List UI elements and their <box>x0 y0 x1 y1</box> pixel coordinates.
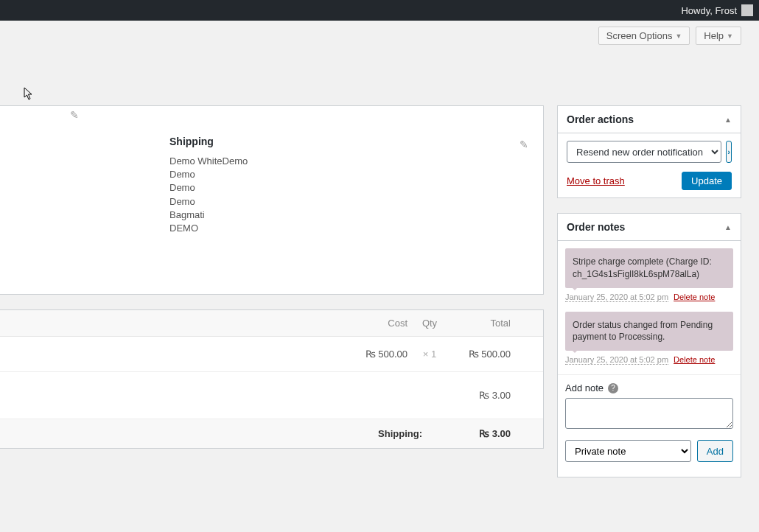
shipping-address: Shipping Demo WhiteDemo Demo Demo Demo B… <box>74 136 248 235</box>
col-total-header: Total <box>452 318 533 329</box>
content-area: ✎ Shipping Demo WhiteDemo Demo Demo Demo… <box>0 105 759 492</box>
action-select-row: Resend new order notification › <box>567 141 732 163</box>
chevron-right-icon: › <box>727 147 730 156</box>
address-line: DEMO <box>169 222 248 235</box>
order-notes-panel: Order notes ▲ Stripe charge complete (Ch… <box>557 213 741 477</box>
note-textarea[interactable] <box>565 398 733 429</box>
summary-row: Shipping: ₨ 3.00 <box>0 419 543 448</box>
address-line: Demo <box>169 181 248 195</box>
panel-header: Order actions ▲ <box>558 106 741 133</box>
order-notes-title: Order notes <box>567 221 625 233</box>
qty-prefix: × <box>423 349 431 360</box>
col-qty-header: Qty <box>408 318 452 329</box>
note-date: January 25, 2020 at 5:02 pm <box>565 355 668 365</box>
address-line: Demo WhiteDemo <box>169 155 248 168</box>
add-note-label-row: Add note ? <box>565 382 733 393</box>
shipping-panel: ✎ Shipping Demo WhiteDemo Demo Demo Demo… <box>0 105 544 295</box>
spacer <box>408 390 452 401</box>
row-cost: ₨ 500.00 <box>334 349 408 360</box>
note-controls: Private note Add <box>565 440 733 462</box>
note-text: Stripe charge complete (Charge ID: ch_1G… <box>565 248 733 288</box>
order-actions-title: Order actions <box>567 113 634 125</box>
admin-greeting[interactable]: Howdy, Frost <box>681 5 737 16</box>
move-to-trash-link[interactable]: Move to trash <box>567 175 625 186</box>
pencil-icon[interactable]: ✎ <box>70 109 79 121</box>
summary-label: Shipping: <box>10 428 452 439</box>
chevron-down-icon: ▼ <box>675 32 682 40</box>
address-line: Demo <box>169 195 248 209</box>
side-column: Order actions ▲ Resend new order notific… <box>557 105 741 492</box>
add-note-label: Add note <box>565 382 604 393</box>
main-column: ✎ Shipping Demo WhiteDemo Demo Demo Demo… <box>0 105 544 492</box>
add-note-button[interactable]: Add <box>697 440 733 462</box>
update-button[interactable]: Update <box>682 172 732 190</box>
note-date: January 25, 2020 at 5:02 pm <box>565 293 668 302</box>
address-line: Bagmati <box>169 209 248 222</box>
note-meta: January 25, 2020 at 5:02 pm Delete note <box>565 355 733 364</box>
table-row: ₨ 3.00 <box>0 372 543 419</box>
avatar[interactable] <box>741 4 753 16</box>
add-note-section: Add note ? Private note Add <box>558 374 741 462</box>
help-button[interactable]: Help ▼ <box>696 27 741 45</box>
help-icon[interactable]: ? <box>608 383 618 393</box>
summary-value: ₨ 3.00 <box>452 428 533 439</box>
table-row: ₨ 500.00 × 1 ₨ 500.00 <box>0 337 543 372</box>
shipping-title: Shipping <box>169 136 248 147</box>
note-item: Order status changed from Pending paymen… <box>565 312 733 365</box>
note-meta: January 25, 2020 at 5:02 pm Delete note <box>565 293 733 301</box>
shipping-block: ✎ Shipping Demo WhiteDemo Demo Demo Demo… <box>0 106 543 294</box>
shipping-row-total: ₨ 3.00 <box>452 390 533 401</box>
cursor-icon <box>24 87 34 103</box>
note-text: Order status changed from Pending paymen… <box>565 312 733 351</box>
pencil-icon[interactable]: ✎ <box>520 139 528 150</box>
apply-action-button[interactable]: › <box>726 141 732 163</box>
items-header: Cost Qty Total <box>0 310 543 337</box>
panel-header: Order notes ▲ <box>558 214 741 241</box>
delete-note-link[interactable]: Delete note <box>674 293 715 301</box>
qty-value: 1 <box>431 349 436 360</box>
screen-tabs: Screen Options ▼ Help ▼ <box>0 21 759 48</box>
col-cost-header: Cost <box>334 318 408 329</box>
help-label: Help <box>704 30 724 41</box>
row-qty: × 1 <box>408 349 452 360</box>
note-type-select[interactable]: Private note <box>565 440 691 462</box>
order-action-select[interactable]: Resend new order notification <box>567 141 721 163</box>
screen-options-button[interactable]: Screen Options ▼ <box>598 27 690 45</box>
address-line: Demo <box>169 168 248 181</box>
order-actions-panel: Order actions ▲ Resend new order notific… <box>557 105 741 198</box>
screen-options-label: Screen Options <box>606 30 673 41</box>
admin-bar: Howdy, Frost <box>0 0 759 21</box>
items-panel: Cost Qty Total ₨ 500.00 × 1 ₨ 500.00 ₨ 3… <box>0 309 544 449</box>
collapse-icon[interactable]: ▲ <box>724 116 732 124</box>
action-footer: Move to trash Update <box>567 172 732 190</box>
collapse-icon[interactable]: ▲ <box>724 223 732 231</box>
order-actions-body: Resend new order notification › Move to … <box>558 133 741 197</box>
delete-note-link[interactable]: Delete note <box>674 355 715 364</box>
spacer <box>334 390 408 401</box>
chevron-down-icon: ▼ <box>727 32 733 40</box>
order-notes-body: Stripe charge complete (Charge ID: ch_1G… <box>558 241 741 477</box>
row-total: ₨ 500.00 <box>452 349 533 360</box>
note-item: Stripe charge complete (Charge ID: ch_1G… <box>565 248 733 301</box>
spacer <box>10 390 334 401</box>
spacer <box>10 318 334 329</box>
